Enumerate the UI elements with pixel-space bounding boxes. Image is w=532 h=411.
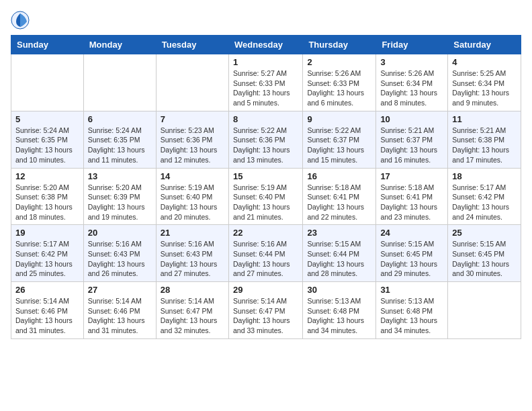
day-cell: 26Sunrise: 5:14 AM Sunset: 6:46 PM Dayli… [11,282,84,339]
day-cell: 24Sunrise: 5:15 AM Sunset: 6:45 PM Dayli… [376,225,448,282]
header-day-tuesday: Tuesday [156,36,228,54]
day-info: Sunrise: 5:19 AM Sunset: 6:40 PM Dayligh… [233,183,298,222]
day-cell: 25Sunrise: 5:15 AM Sunset: 6:45 PM Dayli… [448,225,521,282]
day-cell: 30Sunrise: 5:13 AM Sunset: 6:48 PM Dayli… [303,282,376,339]
day-cell: 1Sunrise: 5:27 AM Sunset: 6:33 PM Daylig… [228,54,302,111]
day-cell: 27Sunrise: 5:14 AM Sunset: 6:46 PM Dayli… [83,282,156,339]
header-day-friday: Friday [376,36,448,54]
day-number: 29 [233,285,298,295]
day-info: Sunrise: 5:15 AM Sunset: 6:44 PM Dayligh… [307,239,371,279]
day-number: 14 [161,171,224,181]
header-day-thursday: Thursday [303,36,376,54]
day-number: 9 [307,114,371,124]
day-info: Sunrise: 5:26 AM Sunset: 6:34 PM Dayligh… [380,68,443,108]
day-cell: 12Sunrise: 5:20 AM Sunset: 6:38 PM Dayli… [11,168,84,225]
day-number: 26 [15,285,79,295]
day-number: 5 [15,114,79,124]
day-number: 11 [452,114,517,124]
day-info: Sunrise: 5:20 AM Sunset: 6:38 PM Dayligh… [15,183,79,222]
day-info: Sunrise: 5:20 AM Sunset: 6:39 PM Dayligh… [88,183,152,222]
header-row: SundayMondayTuesdayWednesdayThursdayFrid… [11,36,521,54]
day-cell: 3Sunrise: 5:26 AM Sunset: 6:34 PM Daylig… [376,54,448,111]
day-number: 18 [452,171,517,181]
day-number: 2 [307,57,371,67]
day-number: 12 [15,171,79,181]
day-info: Sunrise: 5:24 AM Sunset: 6:35 PM Dayligh… [15,126,79,165]
day-number: 23 [307,228,371,238]
day-number: 24 [380,228,443,238]
day-number: 27 [88,285,152,295]
day-number: 25 [452,228,517,238]
day-info: Sunrise: 5:14 AM Sunset: 6:46 PM Dayligh… [15,296,79,336]
day-number: 15 [233,171,298,181]
week-row-3: 12Sunrise: 5:20 AM Sunset: 6:38 PM Dayli… [11,168,521,225]
day-number: 28 [161,285,224,295]
day-info: Sunrise: 5:21 AM Sunset: 6:38 PM Dayligh… [452,126,517,165]
day-number: 3 [380,57,443,67]
week-row-2: 5Sunrise: 5:24 AM Sunset: 6:35 PM Daylig… [11,111,521,168]
day-info: Sunrise: 5:17 AM Sunset: 6:42 PM Dayligh… [15,239,79,279]
day-info: Sunrise: 5:21 AM Sunset: 6:37 PM Dayligh… [380,126,443,165]
day-info: Sunrise: 5:22 AM Sunset: 6:36 PM Dayligh… [233,126,298,165]
day-cell [83,54,156,111]
day-number: 13 [88,171,152,181]
day-cell: 5Sunrise: 5:24 AM Sunset: 6:35 PM Daylig… [11,111,84,168]
day-cell: 14Sunrise: 5:19 AM Sunset: 6:40 PM Dayli… [156,168,228,225]
day-info: Sunrise: 5:17 AM Sunset: 6:42 PM Dayligh… [452,183,517,222]
day-info: Sunrise: 5:15 AM Sunset: 6:45 PM Dayligh… [380,239,443,279]
header-day-sunday: Sunday [11,36,84,54]
day-info: Sunrise: 5:27 AM Sunset: 6:33 PM Dayligh… [233,68,298,108]
day-info: Sunrise: 5:13 AM Sunset: 6:48 PM Dayligh… [307,296,371,336]
day-number: 8 [233,114,298,124]
day-number: 20 [88,228,152,238]
day-info: Sunrise: 5:15 AM Sunset: 6:45 PM Dayligh… [452,239,517,279]
day-cell: 23Sunrise: 5:15 AM Sunset: 6:44 PM Dayli… [303,225,376,282]
day-cell: 7Sunrise: 5:23 AM Sunset: 6:36 PM Daylig… [156,111,228,168]
day-info: Sunrise: 5:13 AM Sunset: 6:48 PM Dayligh… [380,296,443,336]
day-number: 31 [380,285,443,295]
calendar-table: SundayMondayTuesdayWednesdayThursdayFrid… [11,35,521,339]
day-number: 22 [233,228,298,238]
day-cell: 10Sunrise: 5:21 AM Sunset: 6:37 PM Dayli… [376,111,448,168]
day-info: Sunrise: 5:14 AM Sunset: 6:47 PM Dayligh… [233,296,298,336]
day-cell: 11Sunrise: 5:21 AM Sunset: 6:38 PM Dayli… [448,111,521,168]
logo-icon [11,11,30,30]
day-info: Sunrise: 5:22 AM Sunset: 6:37 PM Dayligh… [307,126,371,165]
day-info: Sunrise: 5:14 AM Sunset: 6:46 PM Dayligh… [88,296,152,336]
day-info: Sunrise: 5:25 AM Sunset: 6:34 PM Dayligh… [452,68,517,108]
day-number: 16 [307,171,371,181]
day-info: Sunrise: 5:19 AM Sunset: 6:40 PM Dayligh… [161,183,224,222]
header-day-wednesday: Wednesday [228,36,302,54]
day-cell: 6Sunrise: 5:24 AM Sunset: 6:35 PM Daylig… [83,111,156,168]
day-cell: 4Sunrise: 5:25 AM Sunset: 6:34 PM Daylig… [448,54,521,111]
day-number: 17 [380,171,443,181]
day-info: Sunrise: 5:26 AM Sunset: 6:33 PM Dayligh… [307,68,371,108]
day-info: Sunrise: 5:18 AM Sunset: 6:41 PM Dayligh… [307,183,371,222]
day-cell: 29Sunrise: 5:14 AM Sunset: 6:47 PM Dayli… [228,282,302,339]
day-number: 6 [88,114,152,124]
day-number: 1 [233,57,298,67]
day-cell: 22Sunrise: 5:16 AM Sunset: 6:44 PM Dayli… [228,225,302,282]
day-number: 10 [380,114,443,124]
day-cell: 15Sunrise: 5:19 AM Sunset: 6:40 PM Dayli… [228,168,302,225]
header-day-monday: Monday [83,36,156,54]
day-number: 19 [15,228,79,238]
day-info: Sunrise: 5:16 AM Sunset: 6:43 PM Dayligh… [88,239,152,279]
day-cell: 19Sunrise: 5:17 AM Sunset: 6:42 PM Dayli… [11,225,84,282]
day-info: Sunrise: 5:16 AM Sunset: 6:43 PM Dayligh… [161,239,224,279]
day-number: 30 [307,285,371,295]
day-number: 7 [161,114,224,124]
day-cell: 18Sunrise: 5:17 AM Sunset: 6:42 PM Dayli… [448,168,521,225]
day-cell: 28Sunrise: 5:14 AM Sunset: 6:47 PM Dayli… [156,282,228,339]
day-cell: 31Sunrise: 5:13 AM Sunset: 6:48 PM Dayli… [376,282,448,339]
day-cell [448,282,521,339]
day-cell: 9Sunrise: 5:22 AM Sunset: 6:37 PM Daylig… [303,111,376,168]
day-cell: 20Sunrise: 5:16 AM Sunset: 6:43 PM Dayli… [83,225,156,282]
day-number: 21 [161,228,224,238]
day-info: Sunrise: 5:23 AM Sunset: 6:36 PM Dayligh… [161,126,224,165]
day-cell [11,54,84,111]
day-number: 4 [452,57,517,67]
week-row-5: 26Sunrise: 5:14 AM Sunset: 6:46 PM Dayli… [11,282,521,339]
day-cell: 8Sunrise: 5:22 AM Sunset: 6:36 PM Daylig… [228,111,302,168]
header-day-saturday: Saturday [448,36,521,54]
